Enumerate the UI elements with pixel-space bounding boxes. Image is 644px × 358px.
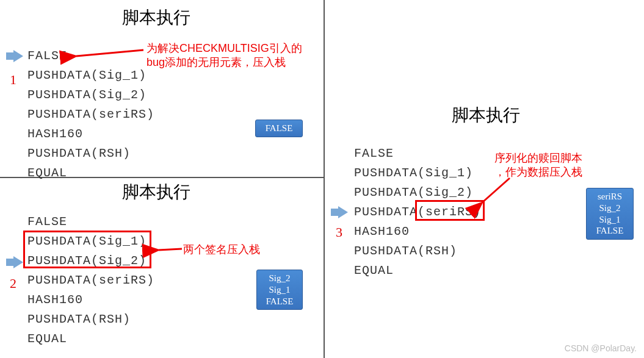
pointer-1 [6, 50, 23, 62]
svg-line-5 [482, 178, 510, 202]
p3-line-rsh: PUSHDATA(RSH) [354, 244, 457, 258]
p2-line-serirs: PUSHDATA(seriRS) [27, 273, 154, 287]
stack-3-item-3: FALSE [592, 225, 628, 237]
stack-3: seriRS Sig_2 Sig_1 FALSE [586, 188, 634, 240]
p2-line-rsh: PUSHDATA(RSH) [27, 312, 131, 326]
p3-line-sig2: PUSHDATA(Sig_2) [354, 185, 473, 199]
watermark: CSDN @PolarDay. [565, 343, 637, 353]
annotation-1-line1: 为解决CHECKMULTISIG引入的 [147, 42, 302, 54]
stack-3-item-1: Sig_2 [592, 202, 628, 214]
annotation-3-line1: 序列化的赎回脚本 [494, 152, 582, 164]
p3-line-sig1: PUSHDATA(Sig_1) [354, 166, 473, 180]
p1-line-hash160: HASH160 [27, 127, 83, 141]
stack-1-item: FALSE [261, 123, 297, 134]
stack-2-item-1: Sig_1 [262, 284, 297, 296]
p1-line-equal: EQUAL [27, 166, 67, 180]
step-number-2: 2 [10, 276, 16, 292]
p2-line-false: FALSE [27, 215, 67, 229]
svg-line-3 [159, 249, 182, 250]
stack-3-item-0: seriRS [592, 191, 628, 202]
stack-1: FALSE [255, 120, 303, 137]
step-number-1: 1 [10, 72, 16, 88]
stack-2: Sig_2 Sig_1 FALSE [256, 270, 303, 310]
annotation-3: 序列化的赎回脚本 ，作为数据压入栈 [494, 151, 582, 180]
panel3-title: 脚本执行 [452, 104, 520, 127]
stack-2-item-2: FALSE [262, 296, 297, 307]
p3-line-false: FALSE [354, 146, 394, 160]
arrow-3 [476, 177, 513, 207]
panel2-title: 脚本执行 [122, 181, 190, 204]
stack-2-item-0: Sig_2 [262, 273, 297, 284]
p3-line-equal: EQUAL [354, 263, 394, 277]
p3-line-hash160: HASH160 [354, 224, 410, 238]
p1-line-false: FALSE [27, 49, 67, 63]
arrow-1 [70, 49, 143, 64]
pointer-3 [331, 206, 348, 218]
stack-3-item-2: Sig_1 [592, 214, 628, 226]
arrow-2 [153, 243, 183, 255]
p2-line-equal: EQUAL [27, 332, 67, 346]
redbox-2 [23, 231, 151, 268]
svg-line-1 [76, 50, 143, 56]
p1-line-sig2: PUSHDATA(Sig_2) [27, 88, 147, 102]
annotation-1: 为解决CHECKMULTISIG引入的 bug添加的无用元素，压入栈 [147, 41, 302, 70]
annotation-1-line2: bug添加的无用元素，压入栈 [147, 56, 286, 68]
diagram-page: 脚本执行 1 FALSE PUSHDATA(Sig_1) PUSHDATA(Si… [0, 0, 644, 358]
p1-line-rsh: PUSHDATA(RSH) [27, 146, 131, 160]
p3-line-serirs-a: PUSHDATA [354, 205, 418, 219]
p2-line-hash160: HASH160 [27, 293, 83, 307]
panel1-title: 脚本执行 [122, 6, 190, 29]
step-number-3: 3 [336, 224, 342, 240]
p1-line-sig1: PUSHDATA(Sig_1) [27, 68, 147, 82]
vertical-divider [324, 0, 325, 358]
redbox-3 [415, 200, 485, 221]
pointer-2 [6, 256, 23, 268]
annotation-2: 两个签名压入栈 [183, 243, 260, 257]
p1-line-serirs: PUSHDATA(seriRS) [27, 107, 154, 121]
